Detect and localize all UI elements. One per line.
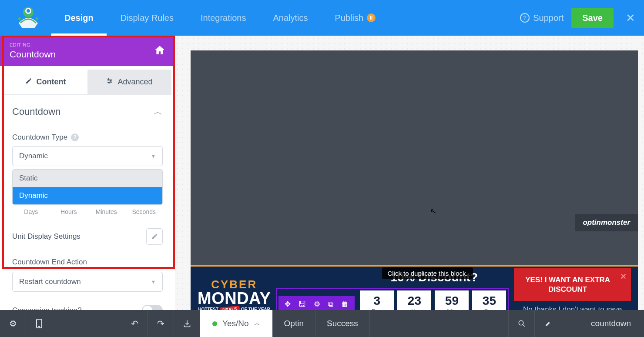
subtab-content[interactable]: Content <box>3 70 87 94</box>
optinmonster-brand: optinmonster <box>575 214 638 231</box>
canvas-area[interactable]: optinmonster ↖ CYBER MONDAY HOTTESTDEALS… <box>175 36 644 337</box>
countdown-type-dropdown: Static Dynamic <box>12 169 163 205</box>
move-icon[interactable]: ✥ <box>285 300 291 309</box>
trash-icon[interactable]: 🗑 <box>341 300 349 309</box>
bottom-bar: ⚙ ↶ ↷ Yes/No ︿ Optin Success <box>0 310 644 337</box>
home-icon[interactable] <box>154 44 165 57</box>
tab-design[interactable]: Design <box>51 0 107 36</box>
svg-point-8 <box>108 79 109 80</box>
unit-seconds: Seconds <box>125 208 163 215</box>
tab-integrations[interactable]: Integrations <box>188 0 259 36</box>
chevron-up-icon: ︿ <box>254 320 260 327</box>
subtabs: Content Advanced <box>3 70 171 95</box>
save-button[interactable]: Save <box>571 8 614 28</box>
editing-name: Countdown <box>10 49 56 60</box>
redo-icon[interactable]: ↷ <box>148 310 174 337</box>
undo-icon[interactable]: ↶ <box>122 310 148 337</box>
download-icon[interactable] <box>174 310 200 337</box>
dropdown-option-static[interactable]: Static <box>13 170 162 187</box>
unit-minutes: Minutes <box>87 208 125 215</box>
save-block-icon[interactable]: 🖫 <box>299 300 306 309</box>
cyber-monday-logo: CYBER MONDAY HOTTESTDEALSOF THE YEAR <box>198 279 271 313</box>
search-icon[interactable] <box>509 310 535 337</box>
view-optin[interactable]: Optin <box>273 310 315 337</box>
dropdown-option-dynamic[interactable]: Dynamic <box>13 187 162 204</box>
svg-point-12 <box>39 326 40 327</box>
svg-point-9 <box>111 80 112 82</box>
cta-button[interactable]: YES! I WANT AN EXTRA DISCOUNT✕ <box>514 268 631 301</box>
sliders-icon <box>106 77 113 87</box>
unit-hours: Hours <box>50 208 88 215</box>
view-success[interactable]: Success <box>315 310 370 337</box>
search-input[interactable] <box>561 319 644 328</box>
chevron-up-icon[interactable]: ︿ <box>153 105 163 118</box>
sidebar: EDITING: Countdown Content Advanced Coun… <box>0 36 175 337</box>
units-row: Days Hours Minutes Seconds <box>12 208 163 215</box>
tab-publish[interactable]: PublishII <box>322 0 389 36</box>
mobile-preview-icon[interactable] <box>26 310 52 337</box>
svg-point-13 <box>519 320 523 325</box>
end-action-select[interactable]: Restart countdown ▼ <box>12 272 163 292</box>
countdown-type-select[interactable]: Dynamic ▼ <box>12 146 163 166</box>
svg-point-4 <box>36 17 38 20</box>
status-dot-icon <box>212 321 217 326</box>
svg-point-3 <box>18 17 21 20</box>
pencil-icon <box>25 77 32 87</box>
section-title: Countdown <box>12 106 60 117</box>
gear-icon[interactable]: ⚙ <box>0 310 26 337</box>
app-logo <box>10 4 47 31</box>
duplicate-tooltip: Click to duplicate this block. <box>382 267 473 279</box>
gear-icon[interactable]: ⚙ <box>314 300 320 309</box>
help-circle-icon: ? <box>520 13 530 23</box>
edit-icon[interactable] <box>535 310 561 337</box>
tab-analytics[interactable]: Analytics <box>260 0 321 36</box>
end-action-label: Countdown End Action <box>12 258 163 267</box>
nav-tabs: Design Display Rules Integrations Analyt… <box>51 0 389 36</box>
caret-down-icon: ▼ <box>151 153 156 159</box>
publish-badge-icon: II <box>367 13 376 22</box>
editing-label: EDITING: <box>10 42 56 47</box>
svg-line-14 <box>523 324 525 327</box>
close-icon[interactable]: ✕ <box>626 11 635 25</box>
countdown-type-label: Countdown Type <box>12 133 67 142</box>
help-icon[interactable]: ? <box>71 133 79 141</box>
close-icon[interactable]: ✕ <box>620 272 627 282</box>
view-yesno[interactable]: Yes/No ︿ <box>200 310 273 337</box>
svg-point-2 <box>27 9 30 13</box>
unit-display-edit-button[interactable] <box>146 228 163 245</box>
subtab-advanced[interactable]: Advanced <box>87 70 171 94</box>
editing-header: EDITING: Countdown <box>0 36 175 66</box>
svg-point-10 <box>109 82 110 83</box>
caret-down-icon: ▼ <box>151 279 156 284</box>
duplicate-icon[interactable]: ⧉ <box>328 300 333 309</box>
support-link[interactable]: ? Support <box>520 13 564 23</box>
unit-days: Days <box>12 208 50 215</box>
tab-display-rules[interactable]: Display Rules <box>107 0 187 36</box>
unit-display-label: Unit Display Settings <box>12 232 80 241</box>
